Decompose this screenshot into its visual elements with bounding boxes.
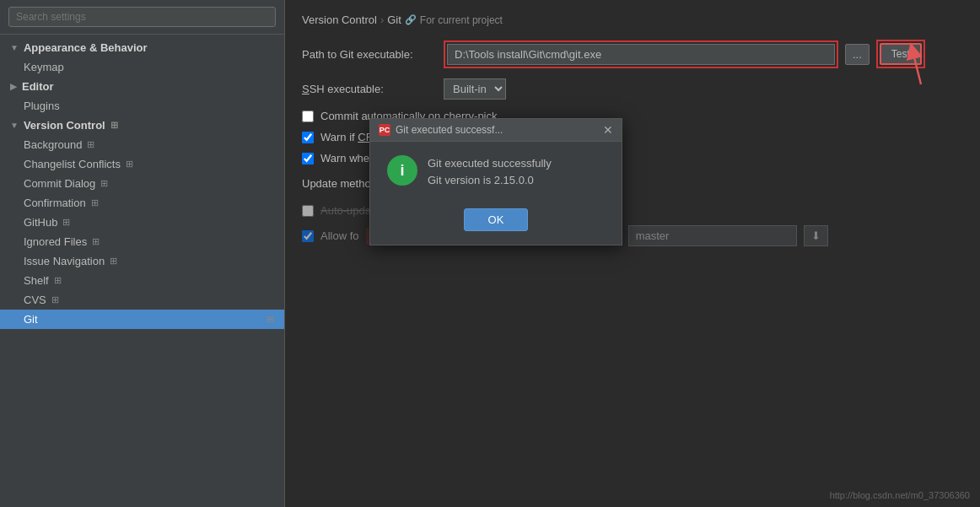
background-icon: ⊞ — [87, 139, 94, 150]
path-input-area — [444, 40, 838, 68]
sidebar-label-git: Git — [24, 313, 38, 326]
ignored-icon: ⊞ — [92, 236, 100, 247]
modal-close-button[interactable]: ✕ — [603, 124, 613, 136]
sidebar-label-appearance: Appearance & Behavior — [24, 41, 148, 54]
sidebar-label-keymap: Keymap — [24, 61, 64, 73]
modal-app-icon: PC — [379, 124, 390, 136]
github-icon: ⊞ — [62, 217, 70, 228]
git-icon: ⊞ — [267, 314, 274, 325]
auto-update-checkbox[interactable] — [302, 205, 314, 217]
sidebar-item-keymap[interactable]: Keymap — [0, 57, 284, 77]
expand-arrow-appearance: ▼ — [10, 43, 19, 52]
sidebar-label-issue-nav: Issue Navigation — [24, 255, 105, 267]
breadcrumb-vc: Version Control — [302, 13, 377, 26]
search-bar — [0, 0, 284, 35]
sidebar-label-shelf: Shelf — [24, 274, 49, 287]
ssh-label-rest: SH executable: — [310, 83, 384, 95]
sidebar-label-cvs: CVS — [24, 294, 46, 306]
allow-label: Allow fo — [320, 229, 359, 242]
sidebar-item-issue-navigation[interactable]: Issue Navigation ⊞ — [0, 251, 284, 271]
expand-arrow-editor: ▶ — [10, 82, 17, 91]
path-label: Path to Git executable: — [302, 48, 437, 61]
changelist-icon: ⊞ — [126, 159, 133, 170]
success-modal: PC Git executed successf... ✕ i Git exec… — [369, 118, 622, 245]
watermark: http://blog.csdn.net/m0_37306360 — [830, 490, 970, 500]
sidebar-item-ignored-files[interactable]: Ignored Files ⊞ — [0, 232, 284, 251]
breadcrumb-link-icon: 🔗 — [405, 14, 417, 25]
branch-input[interactable] — [628, 225, 797, 246]
ssh-label: SSH executable: — [302, 83, 437, 95]
path-input[interactable] — [447, 44, 835, 65]
sidebar-item-commit-dialog[interactable]: Commit Dialog ⊞ — [0, 174, 284, 193]
sidebar-item-git[interactable]: Git ⊞ — [0, 310, 284, 329]
success-icon: i — [387, 155, 417, 186]
info-letter: i — [400, 162, 404, 180]
commit-dialog-icon: ⊞ — [100, 178, 108, 189]
content-area: Version Control › Git 🔗 For current proj… — [285, 0, 980, 507]
sidebar-tree: ▼ Appearance & Behavior Keymap ▶ Editor … — [0, 35, 284, 507]
confirmation-icon: ⊞ — [91, 197, 99, 208]
modal-titlebar: PC Git executed successf... ✕ — [370, 119, 622, 142]
sidebar-label-plugins: Plugins — [24, 100, 60, 112]
allow-checkbox[interactable] — [302, 230, 314, 242]
modal-title-text: Git executed successf... — [396, 124, 503, 136]
breadcrumb-extra: For current project — [420, 14, 503, 26]
ssh-underline: S — [302, 83, 310, 95]
sidebar-label-changelist: Changelist Conflicts — [24, 158, 121, 170]
sidebar: ▼ Appearance & Behavior Keymap ▶ Editor … — [0, 0, 285, 507]
breadcrumb: Version Control › Git 🔗 For current proj… — [302, 13, 963, 26]
arrow-annotation — [845, 34, 929, 93]
sidebar-label-confirmation: Confirmation — [24, 197, 86, 209]
ssh-dropdown[interactable]: Built-in Native — [444, 78, 506, 100]
sidebar-label-github: GitHub — [24, 216, 57, 229]
sidebar-item-plugins[interactable]: Plugins — [0, 96, 284, 116]
modal-title-left: PC Git executed successf... — [379, 124, 503, 136]
sidebar-item-background[interactable]: Background ⊞ — [0, 135, 284, 154]
sidebar-label-commit-dialog: Commit Dialog — [24, 177, 95, 190]
sidebar-item-cvs[interactable]: CVS ⊞ — [0, 290, 284, 310]
cherry-pick-checkbox[interactable] — [302, 111, 314, 122]
sidebar-label-background: Background — [24, 138, 82, 151]
detached-head-checkbox[interactable] — [302, 153, 314, 165]
sidebar-item-editor[interactable]: ▶ Editor — [0, 77, 284, 96]
crlf-checkbox[interactable] — [302, 132, 314, 143]
breadcrumb-sep: › — [380, 13, 384, 26]
breadcrumb-git: Git — [387, 13, 401, 26]
cvs-icon: ⊞ — [51, 294, 59, 305]
expand-arrow-vc: ▼ — [10, 121, 19, 130]
modal-message: Git executed successfully Git version is… — [428, 155, 552, 188]
sidebar-item-shelf[interactable]: Shelf ⊞ — [0, 271, 284, 290]
search-input[interactable] — [8, 7, 276, 27]
sidebar-label-vc: Version Control — [24, 119, 105, 132]
branch-download-button[interactable]: ⬇ — [804, 225, 828, 246]
sidebar-item-appearance[interactable]: ▼ Appearance & Behavior — [0, 38, 284, 57]
sidebar-label-editor: Editor — [22, 80, 54, 93]
sidebar-item-version-control[interactable]: ▼ Version Control ⊞ — [0, 116, 284, 135]
modal-ok-button[interactable]: OK — [464, 208, 529, 231]
modal-body: i Git executed successfully Git version … — [370, 142, 622, 202]
modal-footer: OK — [370, 202, 622, 245]
sidebar-item-confirmation[interactable]: Confirmation ⊞ — [0, 193, 284, 213]
modal-message-line2: Git version is 2.15.0.0 — [428, 172, 552, 189]
issue-nav-icon: ⊞ — [110, 256, 117, 267]
sidebar-label-ignored: Ignored Files — [24, 235, 87, 248]
vc-icon: ⊞ — [110, 120, 118, 131]
sidebar-item-github[interactable]: GitHub ⊞ — [0, 213, 284, 232]
modal-message-line1: Git executed successfully — [428, 155, 552, 172]
shelf-icon: ⊞ — [54, 275, 62, 286]
sidebar-item-changelist-conflicts[interactable]: Changelist Conflicts ⊞ — [0, 154, 284, 174]
